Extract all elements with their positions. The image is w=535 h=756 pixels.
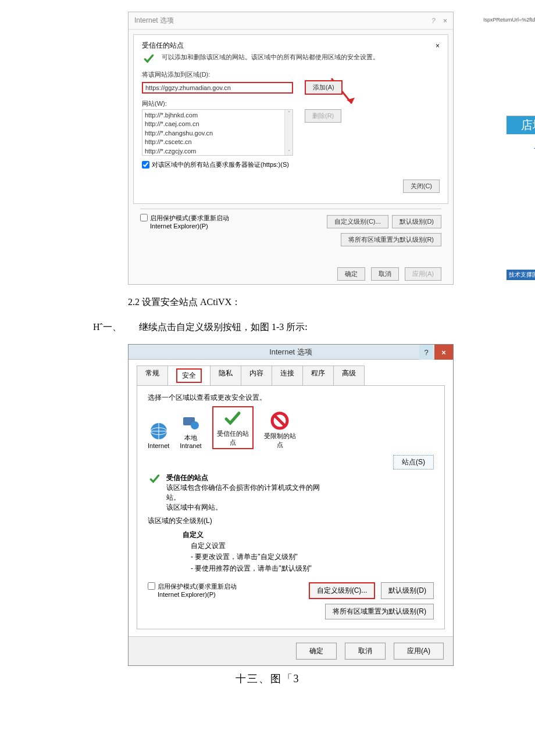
list-item[interactable]: http://*.czgcjy.com [145, 147, 290, 156]
add-site-label: 将该网站添加到区域(D): [142, 70, 440, 79]
screenshot-trusted-sites-dialog: Internet 选项 ? × 受信任的站点 × 可以添加和删除该区域的网站。该… [128, 12, 454, 285]
apply-button[interactable]: 应用(A) [405, 267, 441, 281]
tab-programs[interactable]: 程序 [302, 366, 334, 385]
close-icon[interactable]: × [436, 42, 440, 50]
trusted-sites-title: 受信任的站点 [142, 41, 184, 51]
sites-listbox[interactable]: http://*.bjhnkd.com http://*.caej.com.cn… [142, 109, 293, 156]
cancel-button[interactable]: 取消 [345, 643, 386, 660]
tab-content[interactable]: 内容 [241, 366, 272, 385]
protected-mode-label: Internet Explorer)(P) [158, 591, 237, 598]
remove-button[interactable]: 删除(R) [305, 109, 341, 123]
tabs: 常规 安全 隐私 内容 连接 程序 高级 [129, 360, 453, 385]
custom-bullet: - 要更改设置，请单击"自定义级别" [191, 551, 434, 562]
protected-mode-checkbox[interactable] [140, 214, 148, 221]
tab-privacy[interactable]: 隐私 [210, 366, 241, 385]
security-level-label: 该区域的安全级别(L) [148, 516, 434, 526]
scrollbar[interactable]: ˄˅ [284, 110, 293, 155]
custom-bullet: - 要使用推荐的设置，请单击"默认级别" [191, 563, 434, 574]
cancel-button[interactable]: 取消 [371, 267, 399, 281]
ok-button[interactable]: 确定 [296, 643, 337, 660]
zone-internet[interactable]: Internet [148, 421, 169, 449]
prohibited-icon [270, 411, 290, 431]
protected-mode-label: 启用保护模式(要求重新启动 [150, 214, 229, 223]
step-number: Hˆ一、 [93, 321, 122, 334]
screenshot-internet-options-security: Internet 选项 ? × 常规 安全 隐私 内容 连接 程序 高级 选择一… [128, 344, 454, 666]
username-login-link[interactable]: 用户名登录 [507, 141, 535, 150]
trusted-desc: 站。 [166, 493, 320, 503]
tab-security[interactable]: 安全 [167, 366, 211, 385]
custom-level-button[interactable]: 自定义级别(C)... [327, 215, 388, 228]
tab-connections[interactable]: 连接 [272, 366, 303, 385]
window-title: Internet 选项 [269, 347, 312, 357]
custom-level-button[interactable]: 自定义级别(C)... [309, 582, 376, 599]
custom-sub: 自定义设置 [191, 540, 434, 551]
ok-button[interactable]: 确定 [337, 267, 365, 281]
trusted-heading: 受信任的站点 [166, 473, 320, 483]
tab-advanced[interactable]: 高级 [333, 366, 365, 385]
default-level-button[interactable]: 默认级别(D) [381, 582, 434, 599]
close-icon[interactable]: × [434, 345, 453, 360]
zone-trusted-sites[interactable]: 受信任的站 点 [212, 406, 254, 449]
protected-mode-label: Internet Explorer)(P) [150, 223, 229, 230]
checkmark-icon [148, 473, 162, 485]
window-title: Internet 选项 [134, 16, 174, 26]
banner-text: 店地产变易 [507, 116, 535, 134]
list-item[interactable]: http://*.bjhnkd.com [145, 111, 290, 120]
tech-support-badge: 技术支撑国泰新点软件股份有限公司 [507, 270, 535, 280]
svg-point-5 [191, 421, 199, 429]
list-item[interactable]: http://*.cscetc.cn [145, 138, 290, 146]
reset-all-button[interactable]: 将所有区域重置为默认级别(R) [341, 233, 441, 246]
trusted-description: 可以添加和删除该区域的网站。该区域中的所有网站都使用区域的安全设置。 [162, 53, 379, 62]
protected-mode-checkbox[interactable] [148, 582, 155, 590]
reset-all-button[interactable]: 将所有区域重置为默认级别(R) [325, 604, 434, 619]
tab-general[interactable]: 常规 [137, 366, 168, 385]
close-icon[interactable]: × [443, 17, 447, 25]
figure-label: 十三、图「3 [12, 672, 523, 686]
list-item[interactable]: http://*.caej.com.cn [145, 120, 290, 128]
require-https-checkbox[interactable] [142, 161, 149, 169]
zone-local-intranet[interactable]: 本地 Intranet [180, 413, 201, 449]
url-fragment: IspxPReturnUrl=%2ftdjy%2fCuStomFrame4 Q-… [483, 17, 535, 23]
sites-list-label: 网站(W): [142, 99, 440, 108]
protected-mode-label: 启用保护模式(要求重新启动 [158, 582, 237, 591]
svg-line-7 [274, 415, 285, 426]
checkmark-icon [142, 53, 156, 65]
require-https-label: 对该区域中的所有站点要求服务器验证(https:)(S) [152, 160, 289, 169]
close-button[interactable]: 关闭(C) [403, 180, 440, 193]
apply-button[interactable]: 应用(A) [394, 643, 444, 660]
help-icon[interactable]: ? [419, 345, 433, 360]
section-heading: 2.2 设置安全站点 ACtiVX： [128, 296, 523, 309]
globe-icon [149, 421, 169, 441]
zone-select-label: 选择一个区域以查看或更改安全设置。 [148, 393, 434, 403]
computer-icon [181, 413, 201, 432]
step-text: 继续点击自定义级别按钮，如图 1-3 所示: [139, 321, 308, 334]
help-icon[interactable]: ? [431, 17, 436, 25]
checkmark-icon [223, 409, 242, 428]
sites-button[interactable]: 站点(S) [393, 455, 434, 470]
trusted-desc: 该区域中有网站。 [166, 503, 320, 513]
browser-background: IspxPReturnUrl=%2ftdjy%2fCuStomFrame4 Q-… [483, 17, 535, 280]
add-button[interactable]: 添加(A) [305, 80, 343, 95]
list-item[interactable]: http://*.changshu.gov.cn [145, 129, 290, 138]
trusted-desc: 该区域包含你确信不会损害你的计算机或文件的网 [166, 483, 320, 493]
add-site-input[interactable] [142, 82, 293, 94]
default-level-button[interactable]: 默认级别(D) [392, 215, 441, 228]
zone-restricted-sites[interactable]: 受限制的站 点 [264, 411, 296, 449]
custom-heading: 自定义 [183, 529, 434, 540]
